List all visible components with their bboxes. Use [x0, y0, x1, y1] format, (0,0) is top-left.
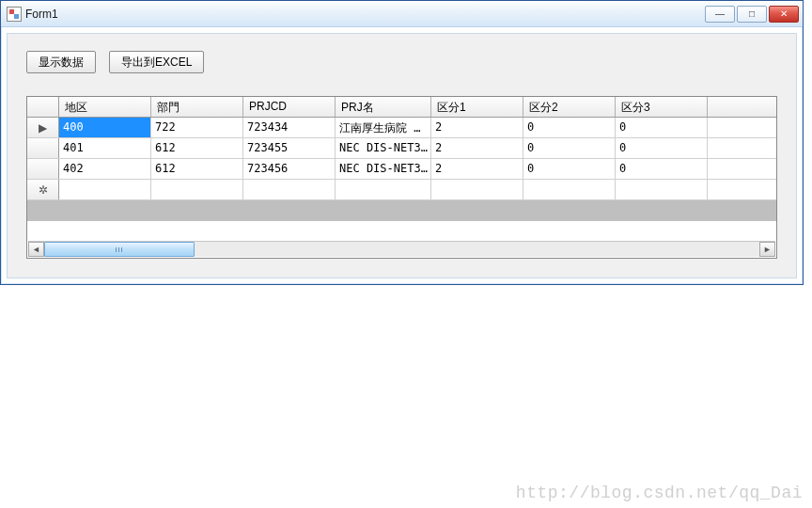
chevron-left-icon: ◄ — [32, 245, 40, 254]
cell-prjname[interactable]: NEC DIS-NET3… — [336, 159, 431, 179]
row-indicator[interactable] — [27, 159, 59, 179]
table-row[interactable]: 401 612 723455 NEC DIS-NET3… 2 0 0 — [27, 138, 776, 159]
col-header-prjname[interactable]: PRJ名 — [336, 97, 431, 117]
window-title: Form1 — [25, 8, 58, 21]
cell-region[interactable]: 402 — [59, 159, 151, 179]
cell-k2[interactable]: 0 — [523, 118, 616, 137]
minimize-icon: — — [715, 8, 725, 19]
close-icon: ✕ — [780, 8, 788, 19]
cell-dept[interactable] — [151, 180, 243, 199]
cell-prjname[interactable]: 江南厚生病院 … — [336, 118, 431, 137]
table-row[interactable]: ▶ 400 722 723434 江南厚生病院 … 2 0 0 — [27, 118, 776, 138]
cell-k1[interactable] — [431, 180, 523, 199]
maximize-icon: □ — [749, 8, 755, 19]
export-excel-button[interactable]: 导出到EXCEL — [109, 51, 204, 73]
cell-region[interactable]: 401 — [59, 138, 151, 158]
cell-prjname[interactable] — [336, 180, 431, 199]
horizontal-scrollbar[interactable]: ◄ III ► — [28, 241, 775, 257]
minimize-button[interactable]: — — [705, 6, 735, 23]
scroll-thumb[interactable]: III — [44, 242, 195, 257]
grid-empty-area — [27, 200, 776, 221]
cell-dept[interactable]: 612 — [151, 138, 243, 158]
cell-k3[interactable]: 0 — [616, 138, 708, 158]
cell-k1[interactable]: 2 — [431, 159, 523, 179]
col-header-region[interactable]: 地区 — [59, 97, 151, 117]
client-area: 显示数据 导出到EXCEL 地区 部門 PRJCD PRJ名 区分1 区分2 区… — [7, 33, 797, 278]
grid-header-row: 地区 部門 PRJCD PRJ名 区分1 区分2 区分3 — [27, 97, 776, 118]
scroll-track[interactable]: III — [44, 242, 759, 257]
col-header-dept[interactable]: 部門 — [151, 97, 243, 117]
cell-k2[interactable]: 0 — [523, 159, 616, 179]
row-indicator[interactable] — [27, 138, 59, 158]
cell-k3[interactable] — [616, 180, 708, 199]
cell-k2[interactable] — [523, 180, 616, 199]
table-row[interactable]: 402 612 723456 NEC DIS-NET3… 2 0 0 — [27, 159, 776, 180]
titlebar[interactable]: Form1 — □ ✕ — [1, 1, 803, 27]
watermark-text: http://blog.csdn.net/qq_Dai — [516, 484, 803, 502]
app-window: Form1 — □ ✕ 显示数据 导出到EXCEL 地区 部門 PRJCD — [0, 0, 804, 285]
cell-prjcd[interactable] — [243, 180, 336, 199]
cell-prjcd[interactable]: 723456 — [243, 159, 336, 179]
cell-dept[interactable]: 722 — [151, 118, 243, 137]
app-icon — [7, 7, 22, 22]
chevron-right-icon: ► — [763, 245, 772, 254]
cell-dept[interactable]: 612 — [151, 159, 243, 179]
cell-k3[interactable]: 0 — [616, 118, 708, 137]
cell-prjcd[interactable]: 723434 — [243, 118, 336, 137]
cell-region[interactable]: 400 — [59, 118, 151, 137]
maximize-button[interactable]: □ — [737, 6, 767, 23]
col-header-k1[interactable]: 区分1 — [431, 97, 523, 117]
cell-prjname[interactable]: NEC DIS-NET3… — [336, 138, 431, 158]
table-row-new[interactable]: ✲ — [27, 180, 776, 200]
row-header-corner[interactable] — [27, 97, 59, 117]
col-header-k2[interactable]: 区分2 — [523, 97, 616, 117]
cell-k3[interactable]: 0 — [616, 159, 708, 179]
cell-region[interactable] — [59, 180, 151, 199]
row-indicator-new[interactable]: ✲ — [27, 180, 59, 199]
data-grid[interactable]: 地区 部門 PRJCD PRJ名 区分1 区分2 区分3 ▶ 400 722 7… — [26, 96, 777, 259]
col-header-prjcd[interactable]: PRJCD — [243, 97, 336, 117]
show-data-button[interactable]: 显示数据 — [26, 51, 96, 73]
cell-k1[interactable]: 2 — [431, 118, 523, 137]
col-header-k3[interactable]: 区分3 — [616, 97, 708, 117]
grid-body: ▶ 400 722 723434 江南厚生病院 … 2 0 0 401 612 … — [27, 118, 776, 221]
row-indicator-current[interactable]: ▶ — [27, 118, 59, 137]
toolbar: 显示数据 导出到EXCEL — [8, 34, 796, 73]
scroll-right-button[interactable]: ► — [759, 242, 775, 257]
close-button[interactable]: ✕ — [769, 6, 799, 23]
cell-k1[interactable]: 2 — [431, 138, 523, 158]
scroll-left-button[interactable]: ◄ — [28, 242, 44, 257]
cell-prjcd[interactable]: 723455 — [243, 138, 336, 158]
cell-k2[interactable]: 0 — [523, 138, 616, 158]
